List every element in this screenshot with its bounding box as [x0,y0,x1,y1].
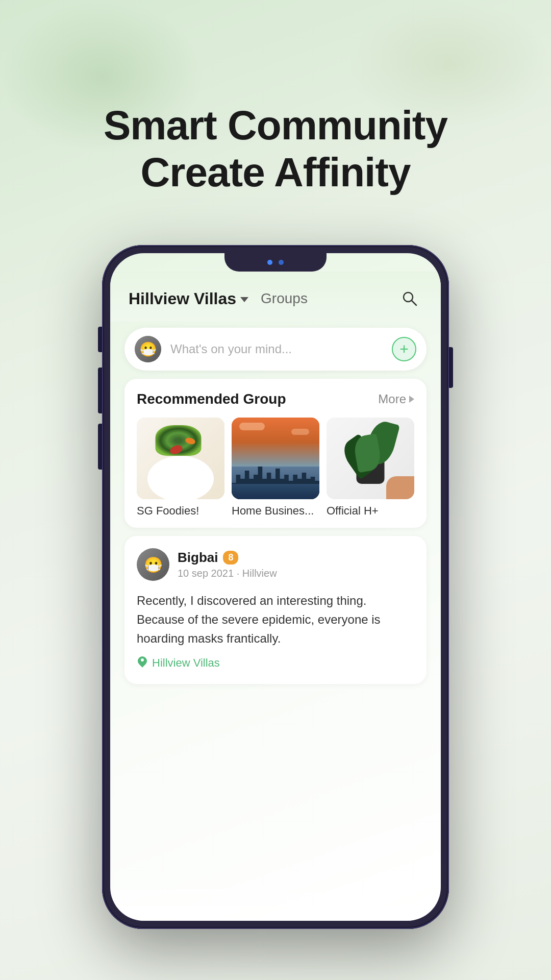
phone-volume-down-button [98,424,102,470]
plant-illustration [327,418,414,499]
hand [386,476,414,499]
app-header: Hillview Villas Groups [110,272,441,322]
community-name-title[interactable]: Hillview Villas [129,289,248,308]
phone-mockup: Hillview Villas Groups [102,245,449,929]
group-label-food: SG Foodies! [137,504,224,518]
post-text-content: Recently, I discovered an interesting th… [137,591,414,648]
group-image-food [137,418,224,499]
bottom-fade-overlay [110,880,441,921]
loc-pin-dot [141,658,144,662]
cloud-2 [291,429,309,435]
post-username-text: Bigbai [178,550,218,566]
section-header: Recommended Group More [137,391,414,407]
phone-frame: Hillview Villas Groups [102,245,449,929]
post-meta-separator: · [237,568,242,579]
group-item-city[interactable]: Home Busines... [232,418,319,518]
post-meta: 10 sep 2021 · Hillview [178,568,277,579]
group-label-city: Home Busines... [232,504,319,518]
phone-mute-button [98,327,102,352]
location-pin-icon [137,656,148,670]
post-header: 😷 Bigbai 8 10 sep 2021 · [137,548,414,581]
group-item-food[interactable]: SG Foodies! [137,418,224,518]
section-title: Recommended Group [137,391,286,407]
community-tag-label: Hillview Villas [152,656,220,670]
group-image-plant [327,418,414,499]
recommended-groups-card: Recommended Group More [124,379,427,528]
post-input-bar[interactable]: 😷 What's on your mind... + [124,328,427,371]
group-item-plant[interactable]: Official H+ [327,418,414,518]
group-images-list: SG Foodies! [137,418,414,518]
more-label: More [378,392,406,406]
post-date: 10 sep 2021 [178,568,234,579]
post-author-avatar: 😷 [137,548,169,581]
level-badge: 8 [223,551,238,565]
app-content: Hillview Villas Groups [110,272,441,921]
food-illustration [137,418,224,499]
main-headline: Smart Community Create Affinity [0,102,551,196]
phone-volume-up-button [98,368,102,413]
groups-label[interactable]: Groups [261,290,308,307]
city-water [232,484,319,499]
more-arrow-icon [409,396,414,403]
search-button[interactable] [397,286,422,311]
dropdown-arrow-icon [240,297,248,302]
cloud-1 [239,423,265,430]
post-username-row: Bigbai 8 [178,550,277,566]
svg-line-1 [412,301,416,305]
city-illustration [232,418,319,499]
add-post-icon: + [399,340,409,358]
group-label-plant: Official H+ [327,504,414,518]
headline-section: Smart Community Create Affinity [0,102,551,196]
level-number: 8 [228,552,233,563]
community-name-label: Hillview Villas [129,289,236,308]
post-community-tag[interactable]: Hillview Villas [137,656,220,670]
phone-screen: Hillview Villas Groups [110,253,441,921]
notch-sensor-right [279,260,284,265]
post-card: 😷 Bigbai 8 10 sep 2021 · [124,536,427,684]
phone-power-button [449,347,453,388]
headline-line1: Smart Community [104,103,447,148]
add-post-button[interactable]: + [392,337,416,361]
notch-sensor-left [267,260,272,265]
search-icon [400,289,419,308]
group-image-city [232,418,319,499]
current-user-avatar: 😷 [135,336,161,362]
post-user-info: Bigbai 8 10 sep 2021 · Hillview [178,550,277,579]
post-placeholder-text: What's on your mind... [170,342,392,356]
notch [224,253,327,272]
avatar-placeholder: 😷 [135,336,161,362]
avatar-mask: 😷 [139,341,157,358]
headline-line2: Create Affinity [141,150,411,195]
food-bowl [147,456,214,499]
post-avatar-inner: 😷 [137,548,169,581]
more-button[interactable]: More [378,392,414,406]
post-location: Hillview [242,568,277,579]
